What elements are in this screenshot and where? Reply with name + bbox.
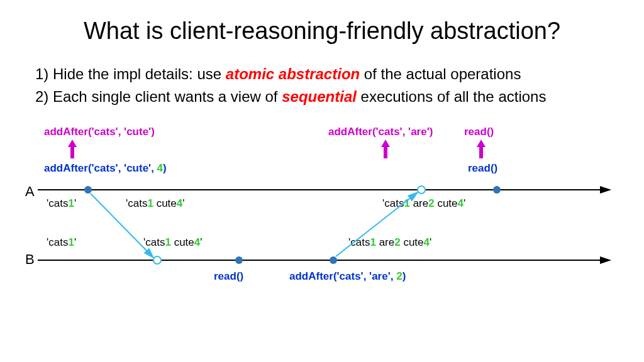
bullet-1-em: atomic abstraction [226, 65, 360, 82]
num: 1 [404, 197, 409, 209]
slide-title: What is client-reasoning-friendly abstra… [0, 18, 644, 45]
txt: ' [74, 197, 76, 209]
bullet-2: 2) Each single client wants a view of se… [35, 88, 546, 106]
txt: ' [200, 236, 202, 248]
num: 1 [147, 197, 153, 209]
blueB-addAre-num: 2 [396, 270, 402, 282]
txt: 'cats [382, 197, 404, 209]
stateA-2: 'cats1 cute4' [126, 197, 184, 210]
num: 1 [370, 236, 375, 248]
num: 2 [394, 236, 400, 248]
blueA-read: read() [468, 162, 497, 175]
slide: What is client-reasoning-friendly abstra… [0, 0, 644, 362]
txt: 'cats [47, 197, 68, 209]
bullet-2-pre: 2) Each single client wants a view of [35, 88, 282, 105]
svg-point-4 [493, 186, 501, 194]
up-arrow-icon [478, 140, 484, 158]
svg-point-2 [84, 186, 92, 194]
diagram-svg [0, 0, 644, 362]
txt: are [376, 236, 394, 248]
txt: are [410, 197, 428, 209]
bullet-1-pre: 1) Hide the impl details: use [35, 65, 226, 82]
num: 4 [458, 197, 464, 209]
num: 1 [68, 236, 74, 248]
blueA-addAfter-cute: addAfter('cats', 'cute', 4) [44, 162, 167, 175]
stateA-1: 'cats1' [47, 197, 76, 210]
num: 1 [68, 197, 74, 209]
txt: ' [182, 197, 184, 209]
bullet-2-em: sequential [282, 88, 357, 105]
txt: ' [464, 197, 465, 209]
bullet-1-post: of the actual operations [360, 65, 521, 82]
num: 4 [194, 236, 200, 248]
txt: cute [401, 236, 424, 248]
bullet-2-post: executions of all the actions [357, 88, 547, 105]
pink-addAfter-are: addAfter('cats', 'are') [328, 126, 433, 138]
stateB-2: 'cats1 cute4' [143, 236, 202, 249]
txt: 'cats [126, 197, 147, 209]
axis-A-label: A [25, 184, 35, 200]
svg-point-3 [418, 186, 425, 194]
bullet-1: 1) Hide the impl details: use atomic abs… [35, 65, 521, 83]
blueB-read: read() [214, 270, 243, 283]
blueA-addCute-post: ) [163, 162, 167, 174]
stateB-1: 'cats1' [47, 236, 76, 249]
num: 4 [424, 236, 430, 248]
txt: 'cats [47, 236, 68, 248]
stateA-3: 'cats1 are2 cute4' [382, 197, 465, 210]
stateB-3: 'cats1 are2 cute4' [348, 236, 431, 249]
blueA-addCute-pre: addAfter('cats', 'cute', [44, 162, 157, 174]
axis-B-label: B [25, 251, 35, 268]
pink-addAfter-cute: addAfter('cats', 'cute') [44, 126, 155, 138]
blueB-addAfter-are: addAfter('cats', 'are', 2) [289, 270, 406, 283]
svg-point-7 [330, 256, 337, 264]
blueA-addCute-num: 4 [157, 162, 163, 174]
num: 1 [165, 236, 170, 248]
pink-read: read() [464, 126, 494, 138]
txt: ' [74, 236, 76, 248]
num: 4 [177, 197, 182, 209]
txt: cute [435, 197, 458, 209]
svg-point-6 [235, 256, 243, 264]
txt: cute [153, 197, 177, 209]
txt: ' [430, 236, 431, 248]
blueB-addAre-post: ) [402, 270, 406, 282]
txt: 'cats [143, 236, 165, 248]
svg-point-5 [153, 256, 161, 264]
txt: cute [171, 236, 194, 248]
up-arrow-icon [69, 140, 75, 158]
txt: 'cats [348, 236, 370, 248]
up-arrow-icon [382, 140, 389, 158]
num: 2 [428, 197, 434, 209]
blueB-addAre-pre: addAfter('cats', 'are', [289, 270, 396, 282]
